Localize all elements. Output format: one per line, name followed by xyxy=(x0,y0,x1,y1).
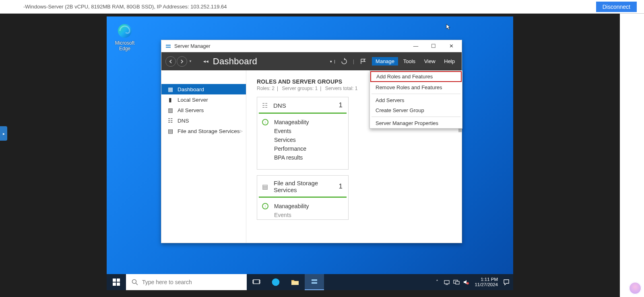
minimize-button[interactable]: — xyxy=(407,40,425,52)
tile-name: DNS xyxy=(273,102,333,109)
server-manager-icon xyxy=(311,278,318,285)
menu-add-servers[interactable]: Add Servers xyxy=(370,95,462,105)
taskbar-server-manager[interactable] xyxy=(305,274,324,290)
breadcrumb-title: Dashboard xyxy=(213,56,257,67)
console-topbar: -Windows-Server (2B vCPU, 8192MB RAM, 80… xyxy=(0,0,644,14)
desktop-icon-label-1: Microsoft xyxy=(111,40,139,46)
taskbar-clock[interactable]: 1:11 PM 11/27/2024 xyxy=(472,277,500,287)
servers-icon: ▥ xyxy=(167,107,173,113)
search-icon xyxy=(132,279,138,285)
menu-separator xyxy=(372,117,460,117)
maximize-button[interactable]: ☐ xyxy=(425,40,442,52)
dns-icon: ☷ xyxy=(167,117,173,124)
nav-back-button[interactable] xyxy=(165,56,176,67)
up-arrow-icon: ↑ xyxy=(262,203,268,209)
assistant-badge-icon[interactable] xyxy=(629,282,642,295)
tile-status-bar xyxy=(259,197,347,198)
svg-point-7 xyxy=(132,280,136,284)
close-button[interactable]: ✕ xyxy=(442,40,460,52)
breadcrumb-caret-icon: ◄◄ xyxy=(202,59,208,63)
tile-row-label[interactable]: Services xyxy=(274,137,296,143)
taskview-button[interactable] xyxy=(247,274,266,290)
remote-canvas: ▸ Microsoft Edge xyxy=(0,14,620,297)
taskbar-explorer[interactable] xyxy=(285,274,305,290)
tile-status-bar xyxy=(259,113,347,114)
tile-row-label[interactable]: Performance xyxy=(274,145,306,152)
tile-count: 1 xyxy=(339,101,343,109)
tile-row-label[interactable]: Manageability xyxy=(274,119,309,125)
menu-manage[interactable]: Manage xyxy=(372,57,398,66)
window-title: Server Manager xyxy=(174,43,211,49)
svg-line-8 xyxy=(136,283,138,285)
refresh-icon[interactable] xyxy=(339,57,349,66)
edge-icon xyxy=(271,278,280,287)
menu-separator xyxy=(372,94,460,94)
disconnect-button[interactable]: Disconnect xyxy=(596,2,637,12)
sidebar-item-dns[interactable]: ☷ DNS xyxy=(161,115,246,126)
server-icon: ▮ xyxy=(167,96,173,103)
edge-icon xyxy=(117,23,133,39)
clock-time: 1:11 PM xyxy=(475,277,498,282)
tile-row-label[interactable]: BPA results xyxy=(274,154,303,161)
tile-file-storage[interactable]: ▤ File and Storage Services 1 ↑Manageabi… xyxy=(257,175,349,220)
desktop-icon-edge[interactable]: Microsoft Edge xyxy=(111,23,139,51)
tile-row-label[interactable]: Events xyxy=(274,212,291,218)
tray-up-chevron-icon[interactable]: ˄ xyxy=(433,279,441,286)
sidebar-item-all-servers[interactable]: ▥ All Servers xyxy=(161,105,246,115)
sidebar-item-file-storage[interactable]: ▤ File and Storage Services ▷ xyxy=(161,126,246,136)
notifications-flag-icon[interactable] xyxy=(358,57,368,66)
sidebar-item-label: Local Server xyxy=(178,97,208,103)
svg-rect-4 xyxy=(117,279,120,282)
tray-network2-icon[interactable] xyxy=(453,279,460,286)
dns-tile-icon: ☷ xyxy=(262,102,268,109)
tile-dns[interactable]: ☷ DNS 1 ↑Manageability Events Services P… xyxy=(257,97,349,170)
menu-view[interactable]: View xyxy=(421,57,439,66)
storage-icon: ▤ xyxy=(167,128,173,134)
taskbar-edge[interactable] xyxy=(266,274,285,290)
windows-logo-icon xyxy=(113,279,120,286)
menu-help[interactable]: Help xyxy=(440,57,458,66)
storage-tile-icon: ▤ xyxy=(262,183,268,190)
menu-add-roles-features[interactable]: Add Roles and Features xyxy=(371,72,461,82)
menu-create-server-group[interactable]: Create Server Group xyxy=(370,105,462,115)
tray-action-center-icon[interactable] xyxy=(503,279,510,286)
folder-icon xyxy=(291,279,299,285)
sidebar-item-label: File and Storage Services xyxy=(178,128,240,134)
svg-rect-6 xyxy=(117,283,120,286)
up-arrow-icon: ↑ xyxy=(262,119,268,125)
tray-volume-icon[interactable]: x xyxy=(462,279,470,286)
svg-rect-1 xyxy=(166,45,171,46)
svg-rect-3 xyxy=(113,279,116,282)
tile-count: 1 xyxy=(339,182,343,190)
tray-network-icon[interactable] xyxy=(443,279,450,286)
svg-rect-5 xyxy=(113,283,116,286)
tile-row-label[interactable]: Events xyxy=(274,128,291,134)
tile-row-label[interactable]: Manageability xyxy=(274,203,309,209)
desktop-icon-label-2: Edge xyxy=(111,46,139,51)
menu-tools[interactable]: Tools xyxy=(400,57,419,66)
sidebar-item-dashboard[interactable]: ▦ Dashboard xyxy=(161,84,246,94)
taskbar-search[interactable]: Type here to search xyxy=(126,274,247,290)
breadcrumb-dropdown-icon[interactable]: ▾ | xyxy=(330,59,335,63)
side-tab-handle[interactable]: ▸ xyxy=(0,126,7,141)
sidebar-item-label: All Servers xyxy=(178,107,204,113)
nav-dropdown-icon[interactable]: ▼ xyxy=(189,59,192,63)
sidebar-item-local-server[interactable]: ▮ Local Server xyxy=(161,94,246,105)
system-tray: ˄ x 1:11 PM 11/27/2024 xyxy=(433,277,513,287)
svg-rect-13 xyxy=(291,281,299,285)
windows-taskbar: Type here to search ˄ xyxy=(107,274,513,290)
server-manager-icon xyxy=(165,43,171,49)
chevron-right-icon: ▷ xyxy=(240,129,243,133)
sidebar-item-label: Dashboard xyxy=(178,86,204,92)
window-titlebar[interactable]: Server Manager — ☐ ✕ xyxy=(161,40,462,52)
menu-remove-roles-features[interactable]: Remove Roles and Features xyxy=(370,82,462,92)
cursor-icon xyxy=(446,23,452,32)
server-manager-window: Server Manager — ☐ ✕ ▼ xyxy=(161,40,462,243)
start-button[interactable] xyxy=(107,274,126,290)
sidebar: ▦ Dashboard ▮ Local Server ▥ All Servers… xyxy=(161,70,246,243)
svg-rect-9 xyxy=(253,280,260,284)
svg-rect-14 xyxy=(312,279,317,281)
menu-server-manager-properties[interactable]: Server Manager Properties xyxy=(370,118,462,128)
nav-forward-button[interactable] xyxy=(177,56,187,67)
clock-date: 11/27/2024 xyxy=(475,282,498,287)
